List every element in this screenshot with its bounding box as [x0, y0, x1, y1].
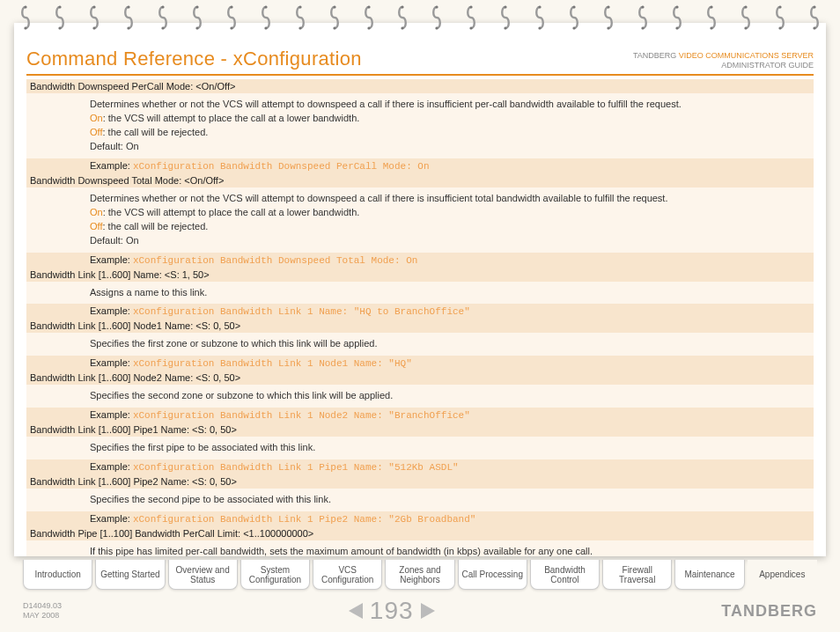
svg-point-10 [195, 5, 198, 8]
command-description: Specifies the second pipe to be associat… [26, 489, 814, 511]
example-label: Example: [90, 513, 133, 524]
command-name: Bandwidth Downspeed Total Mode: <On/Off> [26, 173, 814, 187]
svg-point-32 [573, 5, 576, 8]
document-id: D14049.03 [23, 601, 62, 611]
tab-bandwidth-control[interactable]: Bandwidth Control [530, 560, 600, 590]
svg-point-14 [264, 5, 267, 8]
command-description-line: Specifies the second zone or subzone to … [90, 389, 810, 403]
svg-point-30 [539, 5, 542, 8]
command-description: Determines whether or not the VCS will a… [26, 93, 814, 158]
command-description-line: Off: the call will be rejected. [90, 220, 810, 234]
command-description-line: Specifies the second pipe to be associat… [90, 493, 810, 507]
tab-zones-and-neighbors[interactable]: Zones and Neighbors [385, 560, 454, 590]
command-example: Example: xConfiguration Bandwidth Downsp… [26, 158, 814, 173]
prev-page-arrow-icon[interactable] [349, 603, 363, 619]
description-text: Assigns a name to this link. [90, 287, 207, 298]
svg-point-24 [436, 5, 438, 8]
example-code: xConfiguration Bandwidth Downspeed PerCa… [133, 161, 430, 172]
command-description: If this pipe has limited per-call bandwi… [26, 540, 814, 556]
description-text: Specifies the first pipe to be associate… [90, 442, 315, 452]
page-title: Command Reference - xConfiguration [26, 48, 362, 70]
tab-introduction[interactable]: Introduction [23, 560, 92, 590]
description-text: Determines whether or not the VCS will a… [90, 99, 682, 109]
example-label: Example: [90, 305, 133, 316]
brand-logo: TANDBERG [721, 602, 817, 621]
command-description: Assigns a name to this link. [26, 282, 814, 305]
description-text: : the VCS will attempt to place the call… [103, 113, 360, 123]
svg-point-22 [402, 5, 404, 8]
example-label: Example: [90, 254, 133, 265]
value-keyword: Off [90, 127, 102, 137]
command-description-line: Default: On [90, 234, 810, 248]
command-block: Bandwidth Pipe [1..100] Bandwidth PerCal… [26, 526, 814, 556]
svg-point-34 [608, 5, 610, 8]
svg-point-8 [161, 5, 164, 8]
value-keyword: On [90, 207, 103, 217]
command-description-line: Determines whether or not the VCS will a… [90, 192, 810, 206]
section-tabs: IntroductionGetting StartedOverview and … [23, 560, 817, 590]
example-code: xConfiguration Bandwidth Link 1 Pipe1 Na… [133, 462, 459, 473]
command-description: Determines whether or not the VCS will a… [26, 187, 814, 253]
command-description-line: Specifies the first zone or subzone to w… [90, 337, 810, 351]
command-description-line: Specifies the first pipe to be associate… [90, 441, 810, 455]
command-description: Specifies the first pipe to be associate… [26, 437, 814, 459]
example-label: Example: [90, 357, 133, 368]
svg-point-44 [778, 5, 781, 8]
tab-overview-and-status[interactable]: Overview and Status [168, 560, 238, 590]
command-name: Bandwidth Link [1..600] Name: <S: 1, 50> [26, 268, 814, 282]
tab-firewall-traversal[interactable]: Firewall Traversal [602, 560, 672, 590]
command-block: Bandwidth Link [1..600] Node1 Name: <S: … [26, 319, 814, 371]
example-code: xConfiguration Bandwidth Link 1 Node2 Na… [133, 410, 470, 421]
example-code: xConfiguration Bandwidth Link 1 Node1 Na… [133, 358, 412, 369]
page-header: Command Reference - xConfiguration TANDB… [26, 48, 814, 76]
description-text: If this pipe has limited per-call bandwi… [90, 546, 593, 556]
command-block: Bandwidth Downspeed PerCall Mode: <On/Of… [26, 79, 814, 173]
command-description-line: On: the VCS will attempt to place the ca… [90, 112, 810, 126]
tab-maintenance[interactable]: Maintenance [674, 560, 744, 590]
example-label: Example: [90, 160, 133, 171]
svg-point-36 [642, 5, 645, 8]
next-page-arrow-icon[interactable] [421, 603, 435, 619]
description-text: Default: On [90, 235, 139, 246]
example-label: Example: [90, 461, 133, 472]
tab-getting-started[interactable]: Getting Started [95, 560, 165, 590]
svg-point-26 [470, 5, 473, 8]
command-description: Specifies the first zone or subzone to w… [26, 333, 814, 356]
command-example: Example: xConfiguration Bandwidth Link 1… [26, 511, 814, 526]
svg-point-20 [367, 5, 370, 8]
command-description: Specifies the second zone or subzone to … [26, 385, 814, 408]
guide-subtitle: ADMINISTRATOR GUIDE [633, 61, 814, 70]
command-name: Bandwidth Downspeed PerCall Mode: <On/Of… [26, 79, 814, 93]
command-block: Bandwidth Link [1..600] Node2 Name: <S: … [26, 371, 814, 423]
tab-system-configuration[interactable]: System Configuration [240, 560, 310, 590]
svg-point-0 [24, 5, 26, 8]
command-example: Example: xConfiguration Bandwidth Downsp… [26, 253, 814, 268]
example-code: xConfiguration Bandwidth Link 1 Name: "H… [133, 306, 470, 317]
description-text: Default: On [90, 141, 139, 151]
description-text: : the call will be rejected. [102, 221, 208, 231]
tab-appendices[interactable]: Appendices [748, 560, 817, 590]
header-product-info: TANDBERG VIDEO COMMUNICATIONS SERVER ADM… [633, 51, 814, 70]
command-description-line: Assigns a name to this link. [90, 286, 810, 300]
command-name: Bandwidth Link [1..600] Node1 Name: <S: … [26, 319, 814, 333]
brand-prefix: TANDBERG [633, 51, 679, 60]
example-code: xConfiguration Bandwidth Link 1 Pipe2 Na… [133, 514, 475, 525]
description-text: Specifies the second zone or subzone to … [90, 390, 393, 401]
command-name: Bandwidth Pipe [1..100] Bandwidth PerCal… [26, 526, 814, 540]
command-description-line: On: the VCS will attempt to place the ca… [90, 206, 810, 220]
command-description-line: Default: On [90, 140, 810, 154]
svg-point-18 [333, 5, 335, 8]
page-footer: D14049.03 MAY 2008 193 TANDBERG [23, 597, 817, 625]
svg-point-4 [92, 5, 95, 8]
tab-call-processing[interactable]: Call Processing [458, 560, 527, 590]
command-description-line: If this pipe has limited per-call bandwi… [90, 545, 810, 556]
document-meta: D14049.03 MAY 2008 [23, 601, 62, 621]
svg-point-40 [710, 5, 712, 8]
page-number: 193 [370, 597, 414, 625]
command-description-line: Off: the call will be rejected. [90, 126, 810, 140]
command-block: Bandwidth Link [1..600] Pipe1 Name: <S: … [26, 423, 814, 474]
command-block: Bandwidth Downspeed Total Mode: <On/Off>… [26, 173, 814, 268]
svg-point-6 [127, 5, 129, 8]
command-list: Bandwidth Downspeed PerCall Mode: <On/Of… [26, 79, 814, 556]
tab-vcs-configuration[interactable]: VCS Configuration [313, 560, 382, 590]
